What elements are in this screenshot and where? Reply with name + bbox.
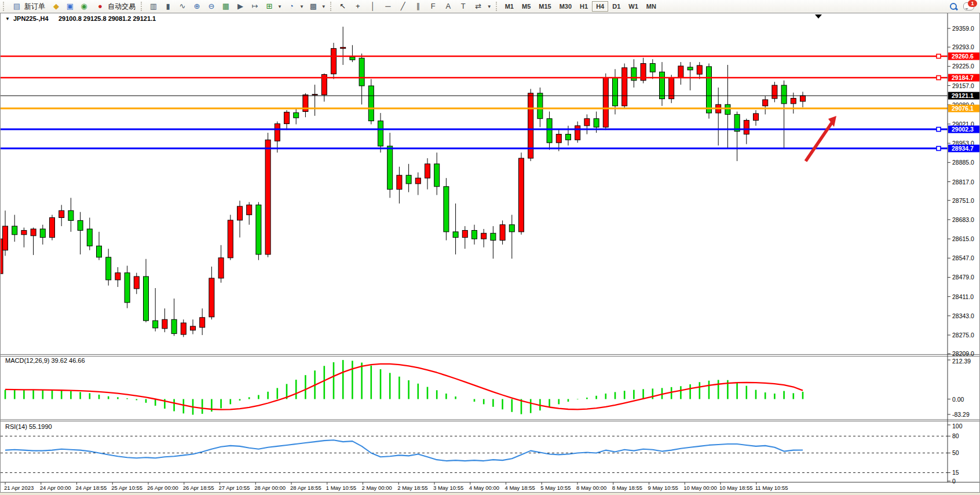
svg-text:9 May 10:55: 9 May 10:55 (648, 485, 678, 491)
terminal-icon[interactable]: ▣ (65, 1, 75, 12)
vertical-line-icon[interactable]: │ (368, 1, 378, 12)
timeframe-h4-button[interactable]: H4 (592, 1, 608, 12)
toolbar-grip[interactable] (3, 2, 6, 11)
svg-text:26 Apr 18:55: 26 Apr 18:55 (183, 485, 214, 491)
timeframe-d1-button[interactable]: D1 (608, 1, 624, 12)
timeframe-m30-button[interactable]: M30 (555, 1, 576, 12)
svg-text:28 Apr 00:00: 28 Apr 00:00 (254, 485, 286, 491)
cursor-icon[interactable]: ↖ (338, 1, 348, 12)
notifications-icon[interactable]: 1 (963, 2, 974, 10)
svg-text:5 May 10:55: 5 May 10:55 (540, 485, 571, 491)
search-icon[interactable] (950, 3, 957, 10)
channel-icon[interactable]: ∥ (413, 1, 423, 12)
line-marker[interactable] (937, 76, 941, 80)
svg-text:10 May 18:55: 10 May 18:55 (719, 485, 753, 491)
time-axis[interactable]: 21 Apr 202324 Apr 00:0024 Apr 18:5525 Ap… (4, 482, 788, 491)
bar-chart-icon[interactable]: ▥ (148, 1, 159, 12)
svg-text:80: 80 (952, 432, 959, 439)
svg-text:24 Apr 00:00: 24 Apr 00:00 (40, 485, 71, 491)
periods-clock-icon[interactable]: ◔ (286, 1, 297, 12)
rsi-panel: 1008050150RSI(14) 55.1990 (1, 423, 963, 485)
shapes-icon[interactable]: ⇄ (473, 1, 484, 12)
svg-text:29076.1: 29076.1 (952, 105, 974, 112)
toolbar-grip[interactable] (496, 2, 499, 11)
svg-text:27 Apr 10:55: 27 Apr 10:55 (219, 485, 250, 491)
indicators-icon[interactable]: ⊞ (264, 1, 275, 12)
toolbar-left-icons: ◆▣◉ (51, 1, 89, 12)
svg-text:26 Apr 00:00: 26 Apr 00:00 (147, 485, 178, 491)
horizontal-lines-layer[interactable] (1, 54, 948, 151)
label-icon[interactable]: T (458, 1, 469, 12)
new-order-button[interactable]: ▤ 新订单 (8, 0, 49, 13)
chart-window[interactable]: 29359.029293.029225.029157.029089.029021… (0, 13, 980, 493)
svg-text:0: 0 (952, 478, 956, 485)
new-order-label: 新订单 (24, 2, 45, 12)
chart-canvas[interactable]: 29359.029293.029225.029157.029089.029021… (1, 13, 979, 492)
autotrading-icon: ● (95, 1, 105, 12)
indicators-caret-icon[interactable]: ▼ (277, 4, 282, 9)
timeframe-m15-button[interactable]: M15 (535, 1, 555, 12)
toolbar-grip[interactable] (330, 2, 333, 11)
fibonacci-icon[interactable]: F (428, 1, 438, 12)
horizontal-line-icon[interactable]: ─ (383, 1, 393, 12)
svg-text:28343.0: 28343.0 (952, 312, 974, 319)
svg-text:8 May 18:55: 8 May 18:55 (612, 485, 642, 491)
templates-icon[interactable]: ▩ (308, 1, 319, 12)
svg-text:4 May 18:55: 4 May 18:55 (505, 485, 535, 491)
chart-title: ▼JPN225-,H429100.8 29125.8 29081.2 29121… (5, 15, 156, 22)
svg-text:10 May 00:00: 10 May 00:00 (683, 485, 717, 491)
line-marker[interactable] (937, 147, 941, 151)
shapes-caret-icon[interactable]: ▼ (487, 4, 492, 9)
svg-text:29225.0: 29225.0 (952, 63, 974, 70)
svg-text:2 May 18:55: 2 May 18:55 (397, 485, 427, 491)
line-marker[interactable] (937, 54, 941, 59)
autotrading-label: 自动交易 (108, 2, 136, 12)
zoom-in-icon[interactable]: ⊕ (192, 1, 202, 12)
svg-text:28411.0: 28411.0 (952, 293, 974, 300)
svg-text:28751.0: 28751.0 (952, 197, 974, 204)
svg-text:29359.0: 29359.0 (952, 25, 974, 32)
market-watch-icon[interactable]: ◆ (51, 1, 61, 12)
svg-text:28209.0: 28209.0 (952, 350, 974, 357)
timeframe-mn-button[interactable]: MN (642, 1, 660, 12)
symbol-dropdown-icon[interactable]: ▼ (5, 16, 10, 21)
timeframe-m5-button[interactable]: M5 (518, 1, 535, 12)
svg-text:29293.0: 29293.0 (952, 43, 974, 50)
toolbar-grip[interactable] (141, 2, 144, 11)
svg-text:29260.6: 29260.6 (952, 53, 974, 60)
text-icon[interactable]: A (443, 1, 454, 12)
svg-text:8 May 00:00: 8 May 00:00 (576, 485, 606, 491)
svg-text:212.39: 212.39 (952, 358, 971, 365)
svg-text:0.00: 0.00 (952, 396, 964, 403)
toolbar-chart-tools: ▥▮∿⊕⊖▦▶↦⊞▼◔▼▩▼ (148, 1, 326, 12)
svg-text:4 May 00:00: 4 May 00:00 (469, 485, 499, 491)
chart-shift-marker[interactable] (815, 14, 822, 19)
svg-text:3 May 10:55: 3 May 10:55 (433, 485, 463, 491)
zoom-out-icon[interactable]: ⊖ (206, 1, 217, 12)
line-chart-icon[interactable]: ∿ (177, 1, 188, 12)
chart-shift-icon[interactable]: ↦ (250, 1, 260, 12)
svg-text:28479.0: 28479.0 (952, 274, 974, 281)
candlestick-chart-icon[interactable]: ▮ (163, 1, 173, 12)
svg-text:29184.7: 29184.7 (952, 74, 974, 81)
svg-text:15: 15 (952, 469, 959, 476)
arrow-annotation[interactable] (806, 116, 836, 161)
svg-text:28 Apr 18:55: 28 Apr 18:55 (290, 485, 321, 491)
timeframe-m1-button[interactable]: M1 (501, 1, 518, 12)
notification-badge: 1 (968, 0, 977, 7)
line-marker[interactable] (937, 128, 941, 132)
timeframe-h1-button[interactable]: H1 (576, 1, 592, 12)
timeframe-w1-button[interactable]: W1 (624, 1, 642, 12)
signals-icon[interactable]: ◉ (79, 1, 89, 12)
svg-text:50: 50 (952, 449, 959, 456)
templates-caret-icon[interactable]: ▼ (321, 4, 326, 9)
tile-windows-icon[interactable]: ▦ (221, 1, 231, 12)
autotrading-button[interactable]: ● 自动交易 (92, 0, 139, 13)
periods-clock-caret-icon[interactable]: ▼ (299, 4, 304, 9)
svg-text:25 Apr 10:55: 25 Apr 10:55 (111, 485, 142, 491)
auto-scroll-icon[interactable]: ▶ (235, 1, 246, 12)
crosshair-icon[interactable]: + (353, 1, 363, 12)
trendline-icon[interactable]: ╱ (398, 1, 408, 12)
panel-frames (1, 13, 979, 482)
svg-text:29002.3: 29002.3 (952, 126, 974, 133)
